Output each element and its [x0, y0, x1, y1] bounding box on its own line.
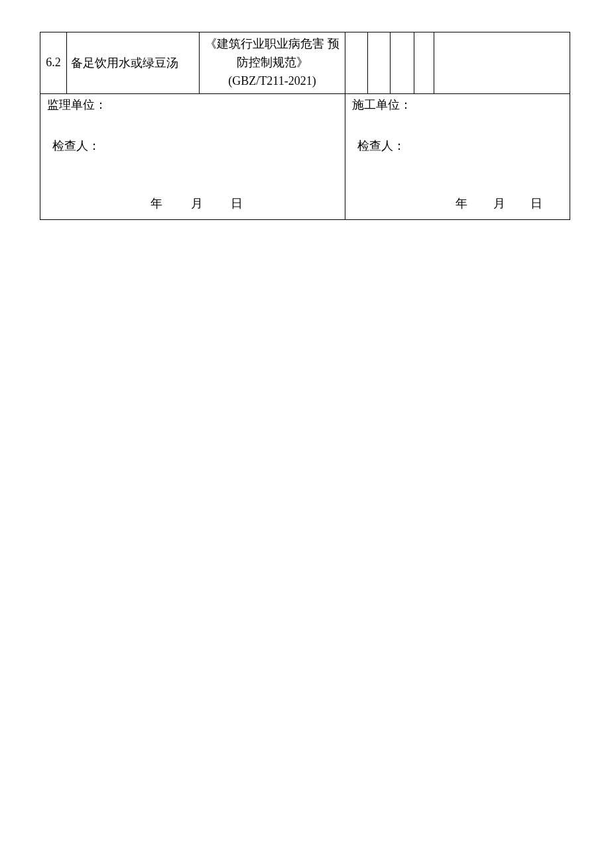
day-label: 日 [530, 197, 542, 210]
month-label: 月 [191, 197, 203, 210]
contractor-unit-label: 施工单位： [352, 97, 566, 113]
day-label: 日 [231, 197, 243, 210]
item-description: 备足饮用水或绿豆汤 [67, 32, 200, 94]
table-row: 6.2 备足饮用水或绿豆汤 《建筑行业职业病危害 预 防控制规范》 (GBZ/T… [40, 32, 570, 94]
month-label: 月 [493, 197, 505, 210]
empty-cell [414, 32, 434, 94]
year-label: 年 [456, 197, 467, 210]
empty-cell [391, 32, 414, 94]
inspector-label: 检查人： [52, 138, 341, 154]
standard-line: (GBZ/T211-2021) [204, 72, 341, 91]
empty-cell [368, 32, 391, 94]
contractor-sign-cell: 施工单位： 检查人： 年 月 日 [345, 93, 570, 219]
empty-cell [345, 32, 368, 94]
signature-row: 监理单位： 检查人： 年 月 日 施工单位： 检查人： 年 月 日 [40, 93, 570, 219]
supervisor-unit-label: 监理单位： [47, 97, 341, 113]
empty-cell [434, 32, 570, 94]
standard-line: 《建筑行业职业病危害 预 [204, 35, 341, 54]
standard-line: 防控制规范》 [204, 54, 341, 72]
item-standard: 《建筑行业职业病危害 预 防控制规范》 (GBZ/T211-2021) [200, 32, 345, 94]
inspector-label: 检查人： [357, 138, 566, 154]
form-table: 6.2 备足饮用水或绿豆汤 《建筑行业职业病危害 预 防控制规范》 (GBZ/T… [40, 32, 570, 220]
supervisor-sign-cell: 监理单位： 检查人： 年 月 日 [40, 93, 345, 219]
date-line: 年 月 日 [44, 195, 341, 211]
year-label: 年 [151, 197, 162, 210]
date-line: 年 月 日 [349, 195, 566, 211]
item-number: 6.2 [40, 32, 67, 94]
